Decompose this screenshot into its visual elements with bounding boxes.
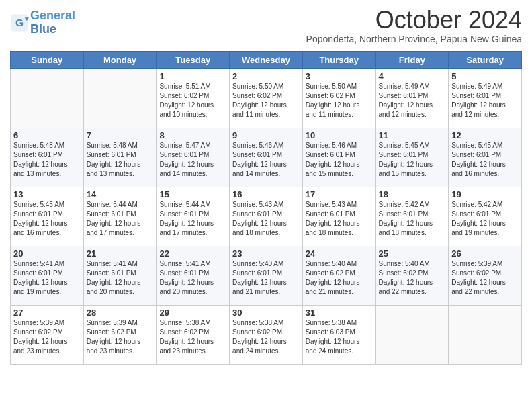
day-number: 10	[306, 130, 373, 140]
daylight-text: Daylight: 12 hours and 19 minutes.	[13, 279, 68, 295]
day-number: 21	[87, 248, 154, 259]
calendar-week-row: 27 Sunrise: 5:39 AM Sunset: 6:02 PM Dayl…	[11, 305, 522, 364]
day-info: Sunrise: 5:39 AM Sunset: 6:02 PM Dayligh…	[451, 259, 519, 297]
calendar-cell: 27 Sunrise: 5:39 AM Sunset: 6:02 PM Dayl…	[11, 305, 84, 364]
sunrise-text: Sunrise: 5:50 AM	[232, 83, 283, 90]
day-number: 14	[87, 189, 154, 199]
day-info: Sunrise: 5:38 AM Sunset: 6:02 PM Dayligh…	[159, 318, 226, 356]
daylight-text: Daylight: 12 hours and 23 minutes.	[159, 338, 214, 355]
calendar-week-row: 1 Sunrise: 5:51 AM Sunset: 6:02 PM Dayli…	[11, 68, 522, 128]
calendar-cell: 11 Sunrise: 5:45 AM Sunset: 6:01 PM Dayl…	[375, 128, 449, 187]
day-info: Sunrise: 5:44 AM Sunset: 6:01 PM Dayligh…	[87, 200, 154, 238]
calendar-week-row: 6 Sunrise: 5:48 AM Sunset: 6:01 PM Dayli…	[11, 128, 522, 187]
day-number: 9	[232, 130, 300, 140]
calendar-cell: 6 Sunrise: 5:48 AM Sunset: 6:01 PM Dayli…	[11, 128, 84, 187]
calendar-cell: 9 Sunrise: 5:46 AM Sunset: 6:01 PM Dayli…	[230, 128, 303, 187]
day-number: 17	[306, 189, 373, 199]
day-number: 6	[13, 130, 81, 140]
sunrise-text: Sunrise: 5:51 AM	[159, 83, 210, 90]
daylight-text: Daylight: 12 hours and 24 minutes.	[306, 338, 360, 355]
sunrise-text: Sunrise: 5:41 AM	[159, 260, 210, 267]
calendar-cell: 8 Sunrise: 5:47 AM Sunset: 6:01 PM Dayli…	[157, 128, 230, 187]
sunset-text: Sunset: 6:01 PM	[13, 151, 63, 158]
sunset-text: Sunset: 6:01 PM	[87, 269, 136, 277]
sunrise-text: Sunrise: 5:40 AM	[232, 260, 283, 267]
daylight-text: Daylight: 12 hours and 23 minutes.	[13, 338, 68, 355]
calendar-cell: 23 Sunrise: 5:40 AM Sunset: 6:01 PM Dayl…	[230, 246, 303, 305]
calendar-cell: 17 Sunrise: 5:43 AM Sunset: 6:01 PM Dayl…	[302, 187, 375, 246]
day-info: Sunrise: 5:39 AM Sunset: 6:02 PM Dayligh…	[13, 318, 81, 356]
sunset-text: Sunset: 6:02 PM	[159, 92, 209, 99]
calendar-week-row: 13 Sunrise: 5:45 AM Sunset: 6:01 PM Dayl…	[11, 187, 522, 246]
daylight-text: Daylight: 12 hours and 24 minutes.	[232, 338, 287, 355]
day-number: 7	[87, 130, 154, 140]
daylight-text: Daylight: 12 hours and 18 minutes.	[306, 220, 360, 236]
location: Popondetta, Northern Province, Papua New…	[306, 34, 522, 44]
day-number: 31	[306, 308, 373, 318]
sunrise-text: Sunrise: 5:49 AM	[451, 83, 502, 90]
day-number: 4	[379, 71, 446, 81]
sunrise-text: Sunrise: 5:39 AM	[451, 260, 502, 267]
daylight-text: Daylight: 12 hours and 14 minutes.	[232, 161, 287, 177]
day-info: Sunrise: 5:39 AM Sunset: 6:02 PM Dayligh…	[87, 318, 154, 356]
day-number: 23	[232, 248, 300, 259]
sunrise-text: Sunrise: 5:42 AM	[451, 201, 502, 208]
calendar-cell: 4 Sunrise: 5:49 AM Sunset: 6:01 PM Dayli…	[375, 68, 449, 128]
sunrise-text: Sunrise: 5:38 AM	[159, 319, 210, 326]
day-info: Sunrise: 5:40 AM Sunset: 6:02 PM Dayligh…	[379, 259, 446, 297]
calendar-cell	[83, 68, 157, 128]
sunrise-text: Sunrise: 5:43 AM	[232, 201, 283, 208]
calendar-cell: 16 Sunrise: 5:43 AM Sunset: 6:01 PM Dayl…	[230, 187, 303, 246]
day-number: 22	[159, 248, 226, 259]
daylight-text: Daylight: 12 hours and 21 minutes.	[306, 279, 360, 295]
day-info: Sunrise: 5:46 AM Sunset: 6:01 PM Dayligh…	[306, 141, 373, 179]
day-info: Sunrise: 5:45 AM Sunset: 6:01 PM Dayligh…	[451, 141, 519, 179]
weekday-header-tuesday: Tuesday	[157, 51, 230, 68]
calendar-cell: 20 Sunrise: 5:41 AM Sunset: 6:01 PM Dayl…	[11, 246, 84, 305]
weekday-header-wednesday: Wednesday	[230, 51, 303, 68]
calendar-cell: 1 Sunrise: 5:51 AM Sunset: 6:02 PM Dayli…	[157, 68, 230, 128]
calendar-cell	[449, 305, 522, 364]
day-number: 3	[306, 71, 373, 81]
calendar-cell: 31 Sunrise: 5:38 AM Sunset: 6:03 PM Dayl…	[302, 305, 375, 364]
sunset-text: Sunset: 6:02 PM	[306, 92, 355, 99]
calendar-cell: 2 Sunrise: 5:50 AM Sunset: 6:02 PM Dayli…	[230, 68, 303, 128]
day-info: Sunrise: 5:41 AM Sunset: 6:01 PM Dayligh…	[87, 259, 154, 297]
day-number: 8	[159, 130, 226, 140]
sunrise-text: Sunrise: 5:47 AM	[159, 142, 210, 149]
calendar-table: SundayMondayTuesdayWednesdayThursdayFrid…	[10, 51, 522, 365]
sunset-text: Sunset: 6:02 PM	[159, 328, 209, 336]
sunset-text: Sunset: 6:02 PM	[232, 92, 282, 99]
day-number: 16	[232, 189, 300, 199]
day-info: Sunrise: 5:43 AM Sunset: 6:01 PM Dayligh…	[232, 200, 300, 238]
daylight-text: Daylight: 12 hours and 20 minutes.	[159, 279, 214, 295]
daylight-text: Daylight: 12 hours and 13 minutes.	[87, 161, 141, 177]
logo: G General Blue	[10, 9, 75, 36]
day-info: Sunrise: 5:40 AM Sunset: 6:02 PM Dayligh…	[306, 259, 373, 297]
daylight-text: Daylight: 12 hours and 22 minutes.	[379, 279, 433, 295]
daylight-text: Daylight: 12 hours and 20 minutes.	[87, 279, 141, 295]
sunrise-text: Sunrise: 5:48 AM	[13, 142, 64, 149]
sunrise-text: Sunrise: 5:40 AM	[306, 260, 357, 267]
day-info: Sunrise: 5:50 AM Sunset: 6:02 PM Dayligh…	[232, 82, 300, 120]
sunset-text: Sunset: 6:01 PM	[87, 151, 136, 158]
daylight-text: Daylight: 12 hours and 17 minutes.	[159, 220, 214, 236]
calendar-cell: 14 Sunrise: 5:44 AM Sunset: 6:01 PM Dayl…	[83, 187, 157, 246]
daylight-text: Daylight: 12 hours and 23 minutes.	[87, 338, 141, 355]
day-info: Sunrise: 5:44 AM Sunset: 6:01 PM Dayligh…	[159, 200, 226, 238]
page-header: G General Blue October 2024 Popondetta, …	[10, 7, 522, 48]
day-number: 27	[13, 308, 81, 318]
daylight-text: Daylight: 12 hours and 12 minutes.	[451, 101, 506, 118]
day-number: 11	[379, 130, 446, 140]
sunrise-text: Sunrise: 5:39 AM	[13, 319, 64, 326]
title-section: October 2024 Popondetta, Northern Provin…	[306, 7, 522, 48]
calendar-cell: 15 Sunrise: 5:44 AM Sunset: 6:01 PM Dayl…	[157, 187, 230, 246]
sunset-text: Sunset: 6:01 PM	[379, 92, 429, 99]
calendar-cell	[375, 305, 449, 364]
sunset-text: Sunset: 6:01 PM	[13, 269, 63, 277]
day-number: 18	[379, 189, 446, 199]
sunset-text: Sunset: 6:02 PM	[232, 328, 282, 336]
daylight-text: Daylight: 12 hours and 15 minutes.	[306, 161, 360, 177]
day-info: Sunrise: 5:42 AM Sunset: 6:01 PM Dayligh…	[451, 200, 519, 238]
day-info: Sunrise: 5:47 AM Sunset: 6:01 PM Dayligh…	[159, 141, 226, 179]
